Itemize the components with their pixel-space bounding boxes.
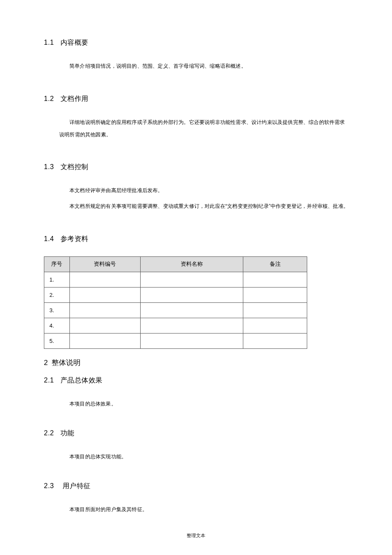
- heading-2-3: 2.3 用户特征: [44, 482, 349, 491]
- cell-code: [69, 272, 140, 287]
- table-row: 4.: [44, 318, 307, 333]
- cell-name: [140, 287, 243, 302]
- cell-note: [243, 287, 307, 302]
- heading-title: 整体说明: [52, 359, 81, 366]
- cell-name: [140, 333, 243, 348]
- paragraph: 本项目的总体实现功能。: [44, 451, 349, 463]
- heading-title: 文档控制: [61, 163, 89, 170]
- heading-title: 功能: [61, 429, 75, 437]
- heading-1-4: 1.4 参考资料: [44, 235, 349, 244]
- cell-seq: 3.: [44, 302, 70, 318]
- paragraph: 详细地说明所确定的应用程序或子系统的外部行为。它还要说明非功能性需求、设计约束以…: [44, 116, 349, 141]
- cell-seq: 2.: [44, 287, 70, 302]
- paragraph: 本文档所规定的有关事项可能需要调整、变动或重大修订，对此应在“文档变更控制纪录”…: [44, 200, 349, 213]
- paragraph: 简单介绍项目情况，说明目的、范围、定义、首字母缩写词、缩略语和概述。: [44, 60, 349, 72]
- page-footer: 整理文本: [0, 533, 392, 539]
- heading-num: 1.4: [44, 235, 54, 242]
- heading-num: 1.2: [44, 95, 54, 102]
- cell-seq: 1.: [44, 272, 70, 287]
- paragraph: 本文档经评审并由高层经理批准后发布。: [44, 184, 349, 197]
- heading-num: 2.2: [44, 429, 54, 437]
- heading-num: 1.3: [44, 163, 54, 170]
- reference-table: 序号 资料编号 资料名称 备注 1. 2. 3. 4.: [44, 256, 307, 349]
- th-seq: 序号: [44, 256, 70, 272]
- th-note: 备注: [243, 256, 307, 272]
- cell-name: [140, 318, 243, 333]
- cell-code: [69, 333, 140, 348]
- heading-1-2: 1.2 文档作用: [44, 95, 349, 104]
- cell-note: [243, 318, 307, 333]
- cell-seq: 4.: [44, 318, 70, 333]
- cell-note: [243, 333, 307, 348]
- cell-code: [69, 318, 140, 333]
- paragraph: 本项目所面对的用户集及其特征。: [44, 503, 349, 516]
- th-name: 资料名称: [140, 256, 243, 272]
- heading-title: 内容概要: [61, 39, 89, 46]
- table-row: 3.: [44, 302, 307, 318]
- heading-2: 2 整体说明: [44, 358, 349, 368]
- table-row: 1.: [44, 272, 307, 287]
- cell-code: [69, 302, 140, 318]
- heading-num: 2.3: [44, 482, 54, 489]
- table-row: 5.: [44, 333, 307, 348]
- cell-code: [69, 287, 140, 302]
- heading-title: 产品总体效果: [61, 377, 103, 384]
- heading-title: 参考资料: [61, 235, 89, 242]
- th-code: 资料编号: [69, 256, 140, 272]
- heading-1-1: 1.1 内容概要: [44, 38, 349, 47]
- heading-2-1: 2.1 产品总体效果: [44, 376, 349, 385]
- heading-num: 2.1: [44, 377, 54, 384]
- cell-name: [140, 302, 243, 318]
- paragraph: 本项目的总体效果。: [44, 398, 349, 410]
- table-header-row: 序号 资料编号 资料名称 备注: [44, 256, 307, 272]
- cell-note: [243, 272, 307, 287]
- heading-2-2: 2.2 功能: [44, 429, 349, 438]
- heading-num: 1.1: [44, 39, 54, 46]
- heading-title: 用户特征: [63, 482, 91, 489]
- heading-num: 2: [44, 359, 48, 366]
- cell-seq: 5.: [44, 333, 70, 348]
- cell-name: [140, 272, 243, 287]
- table-row: 2.: [44, 287, 307, 302]
- heading-title: 文档作用: [61, 95, 89, 102]
- cell-note: [243, 302, 307, 318]
- heading-1-3: 1.3 文档控制: [44, 163, 349, 172]
